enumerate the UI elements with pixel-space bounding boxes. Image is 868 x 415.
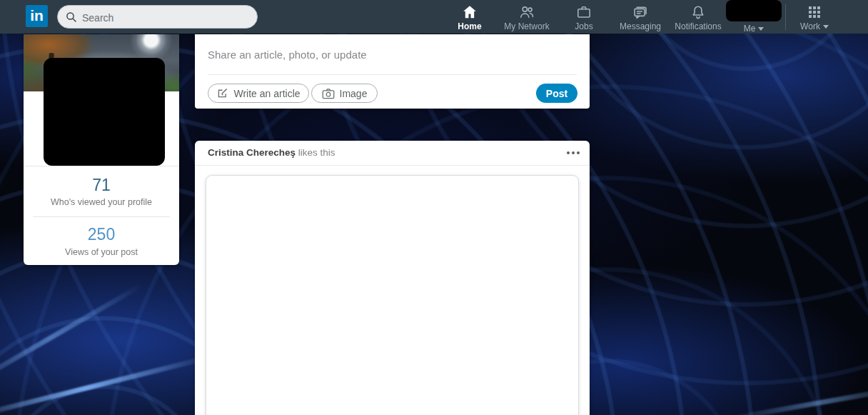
post-embedded-content[interactable] (206, 175, 579, 415)
nav-item-label: My Network (500, 21, 554, 31)
search-box[interactable] (57, 5, 258, 29)
image-icon (322, 88, 335, 99)
image-label: Image (340, 88, 368, 99)
work-grid-icon (792, 4, 837, 21)
search-input[interactable] (81, 6, 248, 29)
nav-item-label: Home (445, 21, 495, 31)
nav-section-divider (785, 4, 786, 30)
my-network-icon (500, 4, 554, 21)
nav-item-my-network[interactable]: My Network (500, 2, 554, 32)
jobs-icon (562, 4, 605, 21)
divider (24, 166, 179, 166)
linkedin-logo[interactable]: in (26, 5, 48, 27)
nav-item-label: Notifications (669, 21, 727, 31)
post-views-label[interactable]: Views of your post (24, 247, 179, 257)
nav-item-home[interactable]: Home (445, 2, 495, 32)
nav-item-label: Work (792, 21, 837, 31)
image-button[interactable]: Image (311, 84, 378, 103)
nav-item-messaging[interactable]: Messaging (615, 2, 666, 32)
messaging-icon (615, 4, 666, 21)
home-icon (445, 4, 495, 21)
linkedin-feed-page: in Home My Network (0, 0, 868, 415)
nav-item-jobs[interactable]: Jobs (562, 2, 605, 32)
post-button[interactable]: Post (536, 84, 577, 103)
nav-item-notifications[interactable]: Notifications (669, 2, 727, 32)
nav-item-label: Jobs (562, 21, 605, 31)
redaction-box-profile-photo (44, 58, 165, 166)
post-header-text: Cristina Cherecheş likes this (208, 141, 335, 165)
dropdown-caret-icon (823, 25, 829, 29)
profile-views-count[interactable]: 71 (24, 176, 179, 195)
post-header: Cristina Cherecheş likes this (195, 141, 590, 166)
divider (33, 216, 170, 217)
dropdown-caret-icon (758, 27, 764, 31)
post-actor-name[interactable]: Cristina Cherecheş (208, 147, 296, 158)
nav-item-work[interactable]: Work (792, 2, 837, 32)
feed-post-card: Cristina Cherecheş likes this (195, 141, 590, 415)
write-article-button[interactable]: Write an article (208, 84, 309, 103)
post-action-text: likes this (298, 147, 335, 158)
share-input[interactable]: Share an article, photo, or update (208, 49, 367, 61)
notifications-icon (669, 4, 727, 21)
write-article-label: Write an article (233, 88, 300, 99)
search-icon (66, 11, 77, 23)
write-article-icon (216, 87, 228, 99)
nav-item-label: Messaging (615, 21, 666, 31)
post-menu-ellipsis-icon[interactable] (567, 151, 580, 154)
post-views-count[interactable]: 250 (24, 225, 179, 244)
share-box-card: Share an article, photo, or update Write… (195, 34, 590, 109)
divider (208, 74, 577, 75)
nav-item-label: Me (732, 24, 775, 34)
redaction-box-nav-avatar (726, 0, 782, 21)
profile-views-label[interactable]: Who's viewed your profile (24, 197, 179, 207)
